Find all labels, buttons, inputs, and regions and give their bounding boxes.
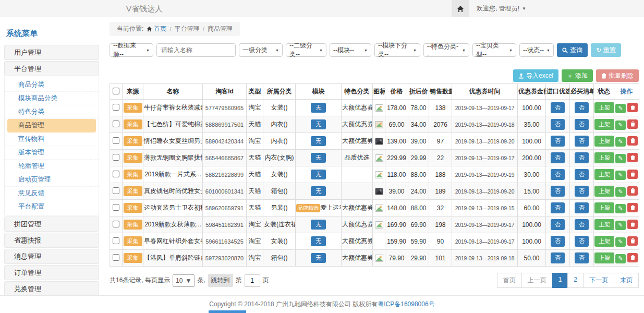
jump-button[interactable]: 跳转到 (208, 274, 233, 287)
delete-button[interactable] (627, 170, 638, 179)
sidebar-subitem[interactable]: 宣传物料 (5, 133, 99, 146)
page-button[interactable]: 2 (567, 273, 584, 288)
edit-button[interactable]: ✎ (615, 204, 626, 213)
breadcrumb-home-link[interactable]: 首页 (147, 25, 166, 33)
status-button[interactable]: 上架 (594, 102, 614, 113)
status-button[interactable]: 上架 (594, 169, 614, 180)
sidebar-item[interactable]: 平台管理 (4, 61, 99, 76)
sidebar-item[interactable]: 消息管理 (4, 249, 99, 264)
status-button[interactable]: 上架 (594, 236, 614, 247)
import-toggle-button[interactable]: 否 (551, 186, 565, 197)
import-toggle-button[interactable]: 否 (551, 119, 565, 130)
sidebar-subitem[interactable]: 模块商品分类 (5, 92, 99, 105)
filter-status-select[interactable]: --状态--▼ (519, 43, 554, 57)
delete-button[interactable] (627, 136, 638, 146)
must-buy-toggle-button[interactable]: 否 (575, 169, 589, 180)
row-checkbox[interactable] (113, 137, 119, 144)
delete-button[interactable] (627, 119, 638, 129)
status-button[interactable]: 上架 (594, 136, 614, 147)
delete-button[interactable] (627, 203, 638, 212)
must-buy-toggle-button[interactable]: 否 (575, 119, 589, 130)
status-button[interactable]: 上架 (594, 186, 614, 197)
delete-button[interactable] (627, 153, 638, 162)
status-button[interactable]: 上架 (594, 202, 614, 213)
row-checkbox[interactable] (113, 121, 119, 127)
import-toggle-button[interactable]: 否 (551, 169, 565, 180)
status-button[interactable]: 上架 (594, 119, 614, 130)
sidebar-subitem[interactable]: 意见反馈 (5, 187, 99, 200)
filter-module-select[interactable]: --模块--▼ (330, 43, 371, 57)
must-buy-toggle-button[interactable]: 否 (575, 186, 589, 197)
status-button[interactable]: 上架 (594, 252, 614, 263)
edit-button[interactable]: ✎ (615, 187, 626, 197)
must-buy-toggle-button[interactable]: 否 (575, 102, 589, 113)
row-checkbox[interactable] (113, 221, 119, 227)
must-buy-toggle-button[interactable]: 否 (575, 152, 589, 163)
edit-button[interactable]: ✎ (615, 137, 626, 147)
scrollbar-thumb[interactable] (209, 310, 246, 313)
delete-button[interactable] (627, 253, 638, 262)
sidebar-item[interactable]: 用户管理 (4, 45, 99, 60)
sidebar-subitem[interactable]: 平台配置 (5, 200, 99, 214)
row-checkbox[interactable] (113, 154, 119, 161)
edit-button[interactable]: ✎ (615, 221, 626, 230)
row-checkbox[interactable] (113, 187, 119, 194)
home-button[interactable] (452, 0, 469, 17)
edit-button[interactable]: ✎ (615, 237, 626, 247)
must-buy-toggle-button[interactable]: 否 (575, 252, 589, 263)
sidebar-item[interactable]: 兑换管理 (4, 281, 99, 296)
delete-button[interactable] (627, 220, 638, 229)
reset-button[interactable]: ↻ 重置 (591, 43, 621, 57)
add-button[interactable]: ＋ 添加 (562, 69, 593, 82)
sidebar-subitem[interactable]: 启动页管理 (5, 173, 99, 187)
import-toggle-button[interactable]: 否 (551, 152, 565, 163)
user-menu[interactable]: 欢迎您, 管理员! ▼ (469, 0, 533, 17)
filter-item-type-select[interactable]: --宝贝类型--▼ (472, 43, 516, 57)
import-toggle-button[interactable]: 否 (551, 252, 565, 263)
delete-button[interactable] (627, 186, 638, 196)
batch-delete-button[interactable]: 批量删除 (596, 69, 639, 82)
edit-button[interactable]: ✎ (615, 154, 626, 163)
page-button[interactable]: 末页 (614, 273, 639, 288)
edit-button[interactable]: ✎ (615, 121, 626, 130)
page-button[interactable]: 首页 (497, 273, 522, 288)
filter-source-select[interactable]: --数据来源--▼ (110, 43, 153, 57)
import-toggle-button[interactable]: 否 (551, 136, 565, 147)
sidebar-item[interactable]: 订单管理 (4, 265, 99, 280)
import-toggle-button[interactable]: 否 (551, 202, 565, 213)
sidebar-subitem[interactable]: 商品分类 (5, 78, 99, 92)
status-button[interactable]: 上架 (594, 152, 614, 163)
import-excel-button[interactable]: 导入excel (513, 69, 558, 82)
delete-button[interactable] (627, 103, 638, 112)
row-checkbox[interactable] (113, 204, 119, 211)
row-checkbox[interactable] (113, 254, 119, 261)
sidebar-item[interactable]: 拼团管理 (4, 216, 99, 232)
per-page-select[interactable]: 10 ▼ (173, 274, 195, 287)
must-buy-toggle-button[interactable]: 否 (575, 219, 589, 230)
filter-level2-select[interactable]: --二级分类--▼ (286, 43, 326, 57)
sidebar-item[interactable]: 省惠快报 (4, 233, 99, 248)
row-checkbox[interactable] (113, 237, 119, 244)
filter-module-sub-select[interactable]: --模块下分类--▼ (374, 43, 420, 57)
sidebar-subitem[interactable]: 商品管理 (7, 119, 96, 133)
edit-button[interactable]: ✎ (615, 254, 626, 263)
must-buy-toggle-button[interactable]: 否 (575, 136, 589, 147)
page-button[interactable]: 1 (552, 273, 568, 288)
name-search-input[interactable] (156, 43, 236, 57)
row-checkbox[interactable] (113, 104, 119, 111)
must-buy-toggle-button[interactable]: 否 (575, 202, 589, 213)
edit-button[interactable]: ✎ (615, 171, 626, 180)
page-button[interactable]: 下一页 (583, 273, 614, 288)
status-button[interactable]: 上架 (594, 219, 614, 230)
filter-feature-select[interactable]: --特色分类--▼ (423, 43, 469, 57)
sidebar-subitem[interactable]: 版本管理 (5, 146, 99, 160)
filter-level1-select[interactable]: 一级分类▼ (239, 43, 283, 57)
select-all-checkbox[interactable] (113, 88, 119, 94)
import-toggle-button[interactable]: 否 (551, 236, 565, 247)
import-toggle-button[interactable]: 否 (551, 102, 565, 113)
delete-button[interactable] (627, 236, 638, 246)
row-checkbox[interactable] (113, 171, 119, 177)
query-button[interactable]: 查询 (557, 43, 588, 57)
page-button[interactable]: 上一页 (521, 273, 553, 288)
edit-button[interactable]: ✎ (615, 104, 626, 113)
